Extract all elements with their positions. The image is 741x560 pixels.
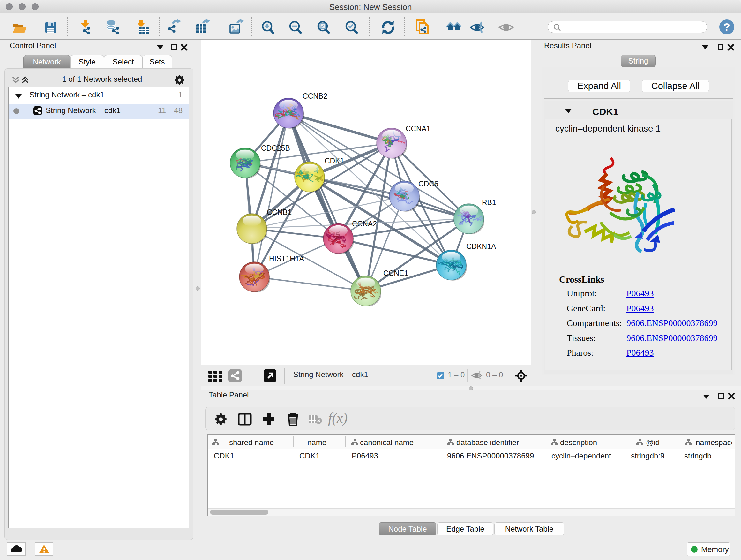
svg-text:CCNB2: CCNB2 <box>302 92 327 100</box>
svg-text:CDC6: CDC6 <box>418 180 439 188</box>
svg-text:HIST1H1A: HIST1H1A <box>269 254 305 263</box>
svg-text:CCNB1: CCNB1 <box>267 208 292 216</box>
svg-text:CCNA1: CCNA1 <box>406 125 430 133</box>
svg-text:CDC25B: CDC25B <box>261 144 290 152</box>
svg-text:CDK1: CDK1 <box>325 157 344 165</box>
svg-text:CCNE1: CCNE1 <box>383 269 408 277</box>
svg-text:CCNA2: CCNA2 <box>352 220 377 228</box>
svg-text:CDKN1A: CDKN1A <box>466 242 496 251</box>
svg-text:RB1: RB1 <box>482 198 496 206</box>
